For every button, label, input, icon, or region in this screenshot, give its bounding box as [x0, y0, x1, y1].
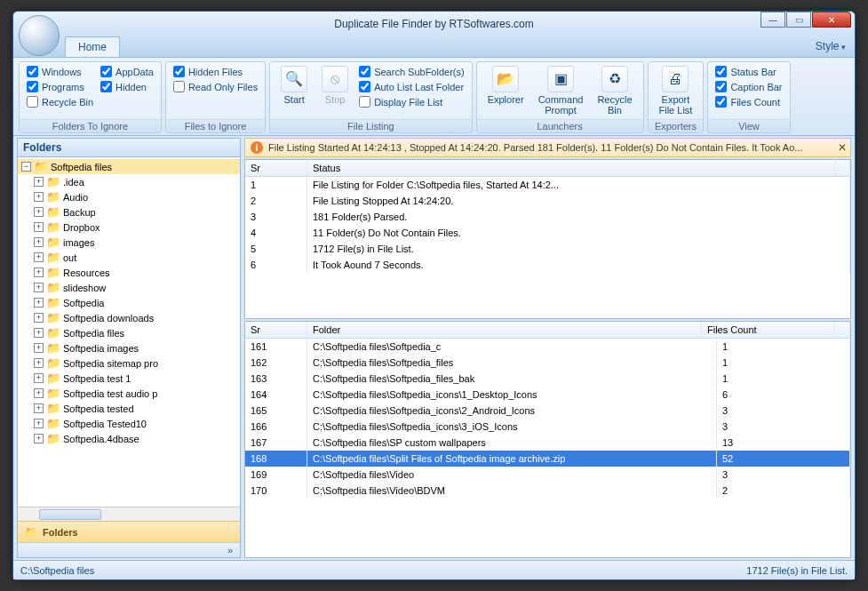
chk-recycle-bin[interactable]: Recycle Bin	[27, 96, 93, 108]
tree-item[interactable]: +📁Softpedia test 1	[18, 371, 240, 386]
folder-row[interactable]: 162C:\Softpedia files\Softpedia_files1	[245, 355, 850, 371]
chk-readonly-files[interactable]: Read Only Files	[173, 81, 258, 92]
tree-item[interactable]: +📁images	[18, 235, 240, 250]
expand-icon[interactable]: +	[34, 373, 44, 383]
chk-hidden-files[interactable]: Hidden Files	[173, 66, 258, 77]
status-row[interactable]: 1File Listing for Folder C:\Softpedia fi…	[245, 177, 850, 193]
expand-icon[interactable]: +	[34, 343, 44, 353]
chk-appdata[interactable]: AppData	[100, 66, 154, 77]
stop-button[interactable]: ⦸ Stop	[318, 66, 352, 105]
export-file-list-button[interactable]: 🖨 Export File List	[656, 66, 697, 116]
folder-row[interactable]: 164C:\Softpedia files\Softpedia_icons\1_…	[245, 387, 850, 403]
folder-grid-body[interactable]: 161C:\Softpedia files\Softpedia_c1162C:\…	[245, 339, 850, 557]
folder-icon: 📁	[46, 432, 60, 445]
folder-row[interactable]: 167C:\Softpedia files\SP custom wallpape…	[245, 435, 850, 451]
recycle-bin-button[interactable]: ♻ Recycle Bin	[593, 66, 635, 116]
expand-icon[interactable]: +	[34, 283, 44, 292]
folder-icon: 📁	[46, 341, 60, 355]
status-row[interactable]: 411 Folder(s) Do Not Contain Files.	[245, 225, 850, 241]
folder-row[interactable]: 163C:\Softpedia files\Softpedia_files_ba…	[245, 371, 850, 387]
status-path: C:\Softpedia files	[20, 565, 94, 576]
folder-row[interactable]: 165C:\Softpedia files\Softpedia_icons\2_…	[245, 403, 850, 419]
status-row[interactable]: 6It Took Aound 7 Seconds.	[245, 257, 850, 273]
start-button[interactable]: 🔍 Start	[277, 66, 311, 105]
tree-item[interactable]: +📁Softpedia	[18, 295, 240, 310]
folder-row[interactable]: 168C:\Softpedia files\Split Files of Sof…	[245, 451, 850, 467]
folder-icon: 📁	[46, 371, 60, 385]
expand-icon[interactable]: +	[34, 403, 44, 413]
tree-item[interactable]: +📁Resources	[18, 265, 240, 280]
tab-home[interactable]: Home	[65, 36, 120, 57]
panel-expand-button[interactable]: »	[18, 542, 240, 557]
folder-icon: 📁	[46, 205, 60, 219]
tree-item[interactable]: +📁Softpedia downloads	[18, 310, 240, 325]
tree-root[interactable]: −📁Softpedia files	[18, 159, 240, 174]
tree-item[interactable]: +📁.idea	[18, 174, 240, 189]
chk-hidden-folders[interactable]: Hidden	[100, 81, 154, 92]
expand-icon[interactable]: +	[34, 388, 44, 398]
chk-display-file-list[interactable]: Display File List	[359, 96, 465, 108]
folder-row[interactable]: 170C:\Softpedia files\Video\BDVM2	[245, 483, 850, 499]
expand-icon[interactable]: +	[34, 177, 44, 187]
close-button[interactable]: ✕	[812, 12, 851, 28]
minimize-button[interactable]: ―	[760, 12, 785, 28]
collapse-icon[interactable]: −	[21, 162, 31, 172]
tree-item[interactable]: +📁Audio	[18, 189, 240, 204]
chk-auto-list-last[interactable]: Auto List Last Folder	[359, 81, 465, 92]
tree-horizontal-scrollbar[interactable]	[18, 507, 240, 521]
status-grid-body[interactable]: 1File Listing for Folder C:\Softpedia fi…	[245, 177, 850, 318]
chk-caption-bar[interactable]: Caption Bar	[715, 81, 782, 92]
expand-icon[interactable]: +	[34, 434, 44, 443]
recycle-icon: ♻	[601, 66, 628, 92]
style-dropdown[interactable]: Style	[816, 40, 846, 52]
close-infobar-button[interactable]: ✕	[838, 141, 847, 154]
chk-programs[interactable]: Programs	[27, 81, 93, 92]
info-text: File Listing Started At 14:24:13 , Stopp…	[268, 142, 802, 153]
expand-icon[interactable]: +	[34, 313, 44, 323]
group-title-folders-ignore: Folders To Ignore	[20, 119, 161, 132]
status-row[interactable]: 3181 Folder(s) Parsed.	[245, 209, 850, 225]
expand-icon[interactable]: +	[34, 207, 44, 217]
window-controls: ― ▭ ✕	[760, 12, 851, 28]
tree-item[interactable]: +📁Softpedia tested	[18, 401, 240, 416]
folder-row[interactable]: 166C:\Softpedia files\Softpedia_icons\3_…	[245, 419, 850, 435]
folder-tree[interactable]: −📁Softpedia files+📁.idea+📁Audio+📁Backup+…	[18, 157, 240, 507]
folder-icon: 📁	[46, 220, 60, 234]
expand-icon[interactable]: +	[34, 237, 44, 247]
command-prompt-button[interactable]: ▣ Command Prompt	[535, 66, 587, 116]
expand-icon[interactable]: +	[34, 358, 44, 368]
chk-status-bar[interactable]: Status Bar	[715, 66, 782, 77]
tree-item[interactable]: +📁Backup	[18, 204, 240, 220]
expand-icon[interactable]: +	[34, 328, 44, 338]
folder-row[interactable]: 161C:\Softpedia files\Softpedia_c1	[245, 339, 850, 355]
magnifier-icon: 🔍	[281, 66, 307, 92]
folder-row[interactable]: 169C:\Softpedia files\Video3	[245, 467, 850, 483]
tree-item[interactable]: +📁Softpedia images	[18, 340, 240, 355]
tree-item[interactable]: +📁slideshow	[18, 280, 240, 295]
expand-icon[interactable]: +	[34, 268, 44, 277]
expand-icon[interactable]: +	[34, 222, 44, 232]
app-orb-button[interactable]	[19, 15, 60, 56]
expand-icon[interactable]: +	[34, 252, 44, 262]
explorer-button[interactable]: 📂 Explorer	[484, 66, 528, 105]
titlebar[interactable]: Duplicate File Finder by RTSoftwares.com…	[13, 12, 855, 36]
folders-footer-button[interactable]: 📁Folders	[18, 521, 240, 542]
expand-icon[interactable]: +	[34, 192, 44, 202]
tree-item[interactable]: +📁out	[18, 250, 240, 265]
tree-item[interactable]: +📁Dropbox	[18, 220, 240, 235]
status-row[interactable]: 2File Listing Stopped At 14:24:20.	[245, 193, 850, 209]
status-row[interactable]: 51712 File(s) in File List.	[245, 241, 850, 257]
tree-item[interactable]: +📁Softpedia test audio p	[18, 386, 240, 401]
expand-icon[interactable]: +	[34, 419, 44, 428]
chk-files-count[interactable]: Files Count	[715, 96, 782, 108]
folder-grid-header[interactable]: Sr Folder Files Count	[245, 322, 850, 339]
chk-search-subfolders[interactable]: Search SubFolder(s)	[359, 66, 465, 77]
tree-item[interactable]: +📁Softpedia sitemap pro	[18, 355, 240, 371]
chk-windows[interactable]: Windows	[27, 66, 93, 77]
expand-icon[interactable]: +	[34, 298, 44, 307]
tree-item[interactable]: +📁Softpedia.4dbase	[18, 431, 240, 446]
tree-item[interactable]: +📁Softpedia files	[18, 325, 240, 340]
tree-item[interactable]: +📁Softpedia Tested10	[18, 416, 240, 431]
status-grid-header[interactable]: Sr Status	[245, 160, 850, 177]
maximize-button[interactable]: ▭	[786, 12, 811, 28]
